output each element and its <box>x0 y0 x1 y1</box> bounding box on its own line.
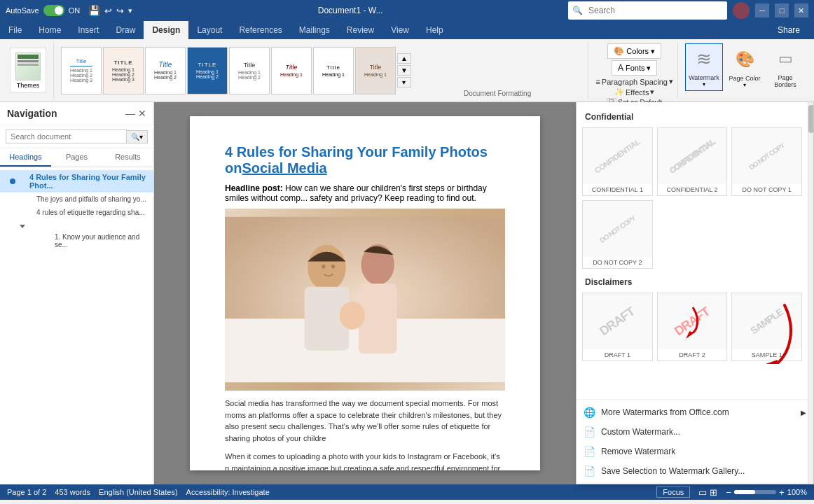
tab-references[interactable]: References <box>230 21 290 39</box>
doc-title-input[interactable]: Document1 - W... <box>287 6 413 15</box>
wm-confidential-2-label: CONFIDENTIAL 2 <box>664 184 719 195</box>
nav-item-label-0: 4 Rules for Sharing Your Family Phot... <box>18 173 146 190</box>
paragraph-spacing-button[interactable]: ≡ Paragraph Spacing ▾ <box>595 77 673 86</box>
wm-do-not-copy-2[interactable]: DO NOT COPY DO NOT COPY 2 <box>582 200 653 269</box>
toggle-knob <box>55 6 63 15</box>
customize-icon[interactable]: ▾ <box>128 6 132 15</box>
nav-expand-icon <box>20 225 25 228</box>
wm-sample-1[interactable]: SAMPLE SAMPLE 1 <box>731 293 802 361</box>
wm-save-to-gallery[interactable]: 📄 Save Selection to Watermark Gallery... <box>577 461 813 481</box>
wm-draft-1[interactable]: DRAFT DRAFT 1 <box>582 293 653 361</box>
wm-do-not-copy-1-text: DO NOT COPY <box>747 141 786 172</box>
doc-title-link[interactable]: Social Media <box>242 160 326 176</box>
title-right: 🔍 ─ □ ✕ <box>568 1 808 20</box>
nav-search-area: 🔍▾ <box>0 125 153 148</box>
svg-point-6 <box>340 302 365 330</box>
watermark-panel: Confidential CONFIDENTIAL CONFIDENTIAL 1… <box>576 102 814 484</box>
tab-help[interactable]: Help <box>418 21 452 39</box>
autosave-toggle[interactable] <box>43 5 64 16</box>
gallery-up[interactable]: ▲ <box>397 53 411 64</box>
zoom-out-btn[interactable]: − <box>726 487 731 498</box>
web-layout-btn[interactable]: ⊞ <box>710 487 717 498</box>
wm-sample-1-text: SAMPLE <box>749 306 785 336</box>
tab-draw[interactable]: Draw <box>107 21 144 39</box>
close-btn[interactable]: ✕ <box>794 4 808 18</box>
wm-sample-1-label: SAMPLE 1 <box>750 349 785 360</box>
nav-controls: — ✕ <box>125 108 146 119</box>
style-title2[interactable]: Title Heading 1 Heading 2 <box>145 47 186 94</box>
wm-remove-watermark[interactable]: 📄 Remove Watermark <box>577 442 813 461</box>
wm-scrollbar-thumb[interactable] <box>808 105 813 133</box>
save-icon[interactable]: 💾 <box>88 5 100 16</box>
nav-search-input[interactable] <box>6 130 127 144</box>
wm-confidential-1[interactable]: CONFIDENTIAL CONFIDENTIAL 1 <box>582 127 653 196</box>
focus-button[interactable]: Focus <box>656 486 690 498</box>
tab-file[interactable]: File <box>0 21 30 39</box>
tab-mailings[interactable]: Mailings <box>291 21 338 39</box>
nav-item-label-3: 1. Know your audience and se... <box>27 233 146 248</box>
nav-search-button[interactable]: 🔍▾ <box>127 130 148 144</box>
title-bar: AutoSave ON 💾 ↩ ↪ ▾ Document1 - W... 🔍 ─… <box>0 0 814 21</box>
gallery-down[interactable]: ▼ <box>397 65 411 76</box>
view-icons: ▭ ⊞ <box>698 487 717 498</box>
style-title7[interactable]: Title Heading 1 <box>355 47 396 94</box>
style-title4[interactable]: Title Heading 1 Heading 2 <box>229 47 270 94</box>
share-button[interactable]: Share <box>769 22 808 38</box>
tab-design[interactable]: Design <box>144 21 188 39</box>
tab-review[interactable]: Review <box>338 21 382 39</box>
watermark-button[interactable]: ≋ Watermark ▾ <box>685 43 723 91</box>
status-bar: Page 1 of 2 453 words English (United St… <box>0 484 814 500</box>
restore-btn[interactable]: □ <box>775 4 789 18</box>
accessibility-status[interactable]: Accessibility: Investigate <box>186 488 270 496</box>
style-normal[interactable]: Title Heading 1 Heading 2 Heading 3 <box>61 47 102 94</box>
nav-item-2[interactable]: 4 rules of etiquette regarding sha... <box>0 206 153 219</box>
page-color-button[interactable]: 🎨 Page Color ▾ <box>726 43 764 91</box>
wm-custom-watermark[interactable]: 📄 Custom Watermark... <box>577 422 813 442</box>
svg-point-7 <box>322 265 325 268</box>
gallery-more[interactable]: ▾ <box>397 77 411 88</box>
tab-insert[interactable]: Insert <box>69 21 107 39</box>
nav-item-0[interactable]: 4 Rules for Sharing Your Family Phot... <box>0 170 153 192</box>
style-title6[interactable]: Title Heading 1 <box>313 47 354 94</box>
style-title3[interactable]: TITLE Heading 1 Heading 2 <box>187 47 228 94</box>
nav-dot <box>10 178 15 184</box>
tab-layout[interactable]: Layout <box>188 21 230 39</box>
wm-do-not-copy-1[interactable]: DO NOT COPY DO NOT COPY 1 <box>731 127 802 196</box>
document-area: 4 Rules for Sharing Your Family Photos o… <box>154 102 576 484</box>
zoom-in-btn[interactable]: + <box>779 487 785 498</box>
nav-close-btn[interactable]: ✕ <box>138 108 146 119</box>
redo-icon[interactable]: ↪ <box>116 6 124 16</box>
page-borders-button[interactable]: ▭ Page Borders <box>766 43 804 91</box>
red-annotation-svg <box>658 293 714 349</box>
wm-more-icon: 🌐 <box>584 407 595 418</box>
fonts-button[interactable]: A Fonts ▾ <box>612 60 658 76</box>
wm-draft-2[interactable]: DRAFT DRAFT 2 <box>657 293 728 361</box>
nav-tab-results[interactable]: Results <box>102 148 153 167</box>
wm-confidential-2-thumb: CONFIDENTIAL <box>658 128 727 184</box>
tab-view[interactable]: View <box>382 21 418 39</box>
nav-item-1[interactable]: The joys and pitfalls of sharing yo... <box>0 192 153 206</box>
zoom-fill <box>734 490 755 494</box>
style-title5[interactable]: Title Heading 1 <box>271 47 312 94</box>
style-title1[interactable]: TITLE Heading 1 Heading 2 Heading 3 <box>103 47 144 94</box>
title-search-input[interactable] <box>583 3 723 18</box>
zoom-slider[interactable] <box>734 490 776 494</box>
tab-home[interactable]: Home <box>30 21 69 39</box>
print-layout-btn[interactable]: ▭ <box>698 487 707 498</box>
undo-icon[interactable]: ↩ <box>104 6 112 16</box>
wm-confidential-2[interactable]: CONFIDENTIAL CONFIDENTIAL 2 <box>657 127 728 196</box>
doc-title: 4 Rules for Sharing Your Family Photos o… <box>225 144 505 176</box>
nav-tab-pages[interactable]: Pages <box>51 148 102 167</box>
colors-button[interactable]: 🎨 Colors ▾ <box>607 43 661 59</box>
minimize-btn[interactable]: ─ <box>755 4 769 18</box>
wm-more-watermarks[interactable]: 🌐 More Watermarks from Office.com ▶ <box>577 402 813 422</box>
effects-button[interactable]: ✨ Effects ▾ <box>614 88 654 97</box>
search-container: 🔍 <box>568 1 727 20</box>
wm-confidential-1-thumb: CONFIDENTIAL <box>583 128 652 184</box>
nav-collapse-btn[interactable]: — <box>125 108 135 119</box>
nav-item-3[interactable]: 1. Know your audience and se... <box>0 230 153 251</box>
nav-tab-headings[interactable]: Headings <box>0 148 51 167</box>
themes-button[interactable]: Themes <box>10 48 46 93</box>
zoom-level: − + 100% <box>726 487 807 498</box>
user-icon-btn[interactable] <box>733 2 750 19</box>
